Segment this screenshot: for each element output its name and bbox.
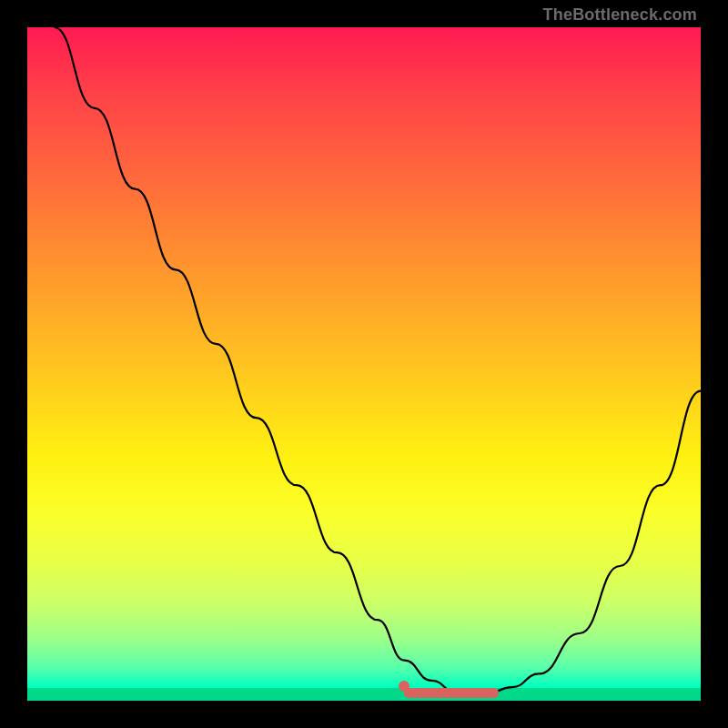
plot-bottom-band	[27, 688, 701, 701]
chart-frame: TheBottleneck.com	[0, 0, 728, 728]
watermark-text: TheBottleneck.com	[543, 5, 697, 25]
bottleneck-curve	[27, 27, 701, 701]
optimal-range-bar	[404, 688, 499, 698]
plot-area	[27, 27, 701, 701]
